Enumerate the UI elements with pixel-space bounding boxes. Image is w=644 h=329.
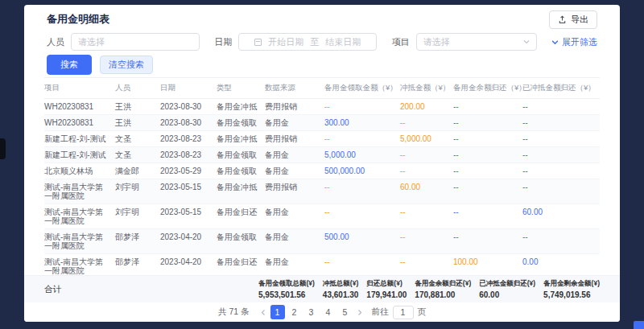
amount-cell: -- [324,254,400,275]
summary-item: 备用金领取总额(¥)5,953,501.56 [258,279,315,299]
column-header: 已冲抵金额归还（¥） [522,78,593,98]
table-row[interactable]: 测试-南昌大学第一附属医院邵梦泽2023-04-20备用金归还备用金----10… [44,254,600,275]
amount-cell: 5,000.00 [400,131,453,146]
cell: 备用金归还 [217,204,265,228]
column-header: 冲抵金额（¥） [400,78,453,98]
amount-cell: 100.00 [453,254,522,275]
amount-cell: -- [522,147,593,162]
amount-cell: 200.00 [400,99,453,114]
cell: 满金郎 [115,163,160,179]
cell: 王洪 [115,115,160,130]
amount-cell: -- [522,131,593,146]
table-row[interactable]: 测试-南昌大学第一附属医院刘宇明2023-05-15备用金冲抵费用报销--60.… [44,179,600,204]
page-button[interactable]: 2 [287,305,302,319]
table-header-row: 项目人员日期类型数据来源备用金领取金额（¥）冲抵金额（¥）备用金余额归还（¥）已… [44,77,600,99]
summary-item-label: 备用金领取总额(¥) [258,279,315,289]
page-button[interactable]: 4 [321,305,336,319]
goto-label: 前往 [372,306,389,318]
amount-cell: -- [400,163,453,179]
export-button[interactable]: 导出 [549,10,597,29]
amount-cell: -- [522,99,593,114]
amount-cell: -- [400,254,453,275]
amount-cell: -- [400,115,453,130]
expand-filter-label: 展开筛选 [562,36,597,48]
amount-cell: -- [400,204,453,228]
amount-cell: 300.00 [324,115,400,130]
clear-search-button[interactable]: 清空搜索 [100,56,153,74]
cell: 备用金领取 [217,115,265,130]
action-bar: 搜索 清空搜索 [24,55,620,74]
project-placeholder: 请选择 [423,36,450,48]
chevron-down-icon [551,39,559,46]
person-select[interactable]: 请选择 [71,33,200,51]
page-button[interactable]: 3 [304,305,319,319]
summary-item-value: 43,601.30 [323,290,359,299]
table-body: WH20230831王洪2023-08-30备用金冲抵费用报销--200.00-… [44,99,600,275]
table-row[interactable]: WH20230831王洪2023-08-30备用金领取备用金300.00----… [44,115,600,131]
main-panel: 备用金明细表 导出 人员 请选择 日期 开始日期 至 结束日期 [24,5,620,322]
table-row[interactable]: 北京顺义林场满金郎2023-05-29备用金领取备用金500,000.00---… [44,163,600,179]
table-row[interactable]: 测试-南昌大学第一附属医院刘宇明2023-05-15备用金归还备用金------… [44,204,600,229]
summary-label: 合计 [44,284,61,295]
expand-filter-link[interactable]: 展开筛选 [551,36,597,48]
summary-item: 冲抵总额(¥)43,601.30 [323,279,359,299]
amount-cell: -- [522,115,593,130]
cell: 刘宇明 [115,179,160,204]
column-header: 日期 [160,78,217,98]
column-header: 项目 [44,78,115,98]
cell: 2023-05-15 [160,204,217,228]
cell: 测试-南昌大学第一附属医院 [44,204,115,228]
column-header: 数据来源 [265,78,324,98]
cell: 备用金领取 [217,163,265,179]
amount-cell: -- [453,147,522,162]
page-title: 备用金明细表 [47,12,109,27]
data-table: 项目人员日期类型数据来源备用金领取金额（¥）冲抵金额（¥）备用金余额归还（¥）已… [24,77,620,275]
amount-cell: -- [400,147,453,162]
cell: 备用金 [265,229,324,253]
prev-page-button[interactable] [260,309,266,316]
cell: 测试-南昌大学第一附属医院 [44,254,115,275]
amount-cell: -- [453,99,522,114]
summary-item: 备用金剩余金额(¥)5,749,019.56 [543,279,600,299]
next-page-button[interactable] [357,309,363,316]
summary-item-value: 60.00 [479,290,535,299]
summary-item-label: 已冲抵金额归还(¥) [479,279,535,289]
amount-cell: -- [453,163,522,179]
date-range-picker[interactable]: 开始日期 至 结束日期 [238,33,377,51]
amount-cell: -- [324,99,400,114]
cell: 2023-08-30 [160,99,217,114]
search-button[interactable]: 搜索 [47,55,92,75]
table-row[interactable]: WH20230831王洪2023-08-30备用金冲抵费用报销--200.00-… [44,99,600,115]
page-button[interactable]: 1 [270,305,285,319]
amount-cell: 500,000.00 [324,163,400,179]
cell: 北京顺义林场 [44,163,115,179]
summary-item: 归还总额(¥)179,941.00 [366,279,407,299]
amount-cell: -- [324,131,400,146]
goto-page-input[interactable] [393,306,414,319]
column-header: 类型 [217,78,265,98]
table-row[interactable]: 新建工程-刘-测试文圣2023-08-23备用金领取备用金5,000.00---… [44,147,600,163]
person-label: 人员 [47,36,64,48]
cell: 备用金冲抵 [217,131,265,146]
amount-cell: 60.00 [522,204,593,228]
amount-cell: -- [400,229,453,253]
summary-item-label: 冲抵总额(¥) [323,279,359,289]
cell: 2023-08-30 [160,115,217,130]
cell: 费用报销 [265,99,324,114]
floating-widget[interactable] [634,321,644,329]
summary-item-value: 179,941.00 [366,290,407,299]
amount-cell: 5,000.00 [324,147,400,162]
amount-cell: -- [522,229,593,253]
table-row[interactable]: 新建工程-刘-测试文圣2023-08-23备用金冲抵费用报销--5,000.00… [44,131,600,147]
cell: 文圣 [115,147,160,162]
project-select[interactable]: 请选择 [416,33,537,51]
cell: 新建工程-刘-测试 [44,147,115,162]
side-drawer-handle[interactable] [0,138,6,159]
cell: 2023-05-15 [160,179,217,204]
table-row[interactable]: 测试-南昌大学第一附属医院邵梦泽2023-04-20备用金领取备用金500.00… [44,229,600,254]
cell: 文圣 [115,131,160,146]
person-filter-group: 人员 请选择 [47,33,200,51]
page-button[interactable]: 5 [338,305,353,319]
chevron-down-icon [523,39,530,45]
person-placeholder: 请选择 [78,36,105,48]
